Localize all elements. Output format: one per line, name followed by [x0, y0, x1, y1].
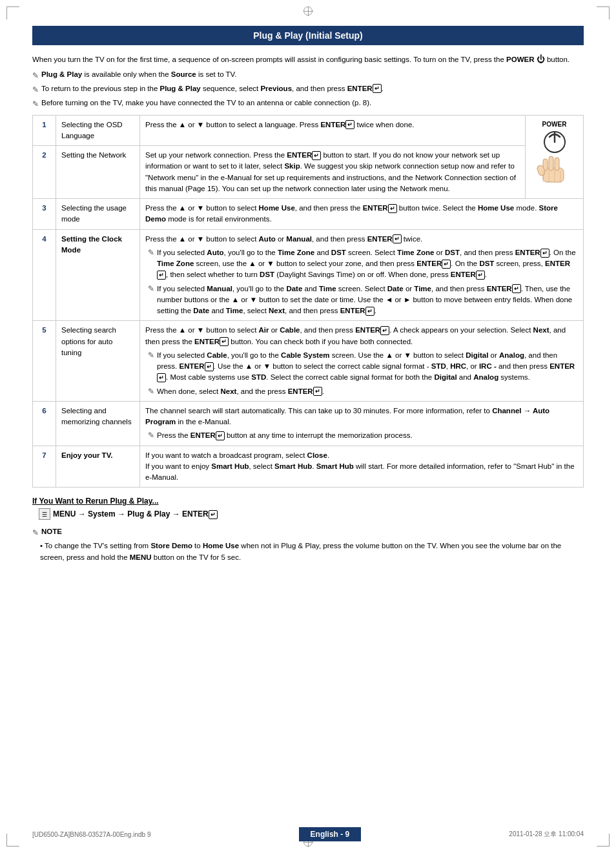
note-body: • To change the TV's setting from Store … — [40, 540, 584, 563]
table-row: 6 Selecting and memorizing channels The … — [33, 401, 584, 446]
note-icon-3: ✎ — [32, 98, 39, 110]
step-number-4: 4 — [33, 229, 56, 321]
sub-notes-4: ✎ If you selected Auto, you'll go to the… — [145, 247, 578, 317]
intro-text: When you turn the TV on for the first ti… — [32, 53, 584, 66]
step-number-6: 6 — [33, 401, 56, 446]
sub-note-4-2: ✎ If you selected Manual, you'll go to t… — [148, 283, 578, 317]
sub-note-4-1: ✎ If you selected Auto, you'll go to the… — [148, 247, 578, 281]
power-label: POWER — [531, 119, 578, 129]
table-row: 7 Enjoy your TV. If you want to watch a … — [33, 446, 584, 488]
note-section: ✎ NOTE • To change the TV's setting from… — [32, 526, 584, 563]
note-icon-1: ✎ — [32, 70, 39, 81]
power-hand-icon — [531, 130, 578, 189]
table-row: 4 Setting the Clock Mode Press the ▲ or … — [33, 229, 584, 321]
corner-mark-tl — [6, 6, 19, 19]
step-content-4: Press the ▲ or ▼ button to select Auto o… — [140, 229, 584, 321]
note-title: NOTE — [41, 526, 62, 537]
note-icon-2: ✎ — [32, 84, 39, 96]
step-label-2: Setting the Network — [56, 146, 140, 199]
step-content-2: Set up your network connection. Press th… — [140, 146, 526, 199]
menu-path: ☰ MENU → System → Plug & Play → ENTER — [39, 508, 584, 520]
step-content-5: Press the ▲ or ▼ button to select Air or… — [140, 321, 584, 402]
steps-table: 1 Selecting the OSD Language Press the ▲… — [32, 115, 584, 488]
corner-mark-bl — [6, 834, 19, 847]
sub-note-5-1: ✎ If you selected Cable, you'll go to th… — [148, 350, 578, 384]
svg-rect-4 — [549, 156, 553, 170]
sub-note-icon-4-2: ✎ — [148, 283, 154, 294]
menu-icon: ☰ — [39, 508, 50, 520]
step-content-3: Press the ▲ or ▼ button to select Home U… — [140, 199, 584, 230]
table-row: 3 Selecting the usage mode Press the ▲ o… — [33, 199, 584, 230]
step-number-3: 3 — [33, 199, 56, 230]
sub-note-icon-6-1: ✎ — [148, 430, 154, 441]
sub-note-icon-5-1: ✎ — [148, 350, 154, 361]
corner-mark-tr — [597, 6, 610, 19]
top-center-crosshair — [303, 6, 313, 15]
step-content-1: Press the ▲ or ▼ button to select a lang… — [140, 115, 526, 146]
step-number-2: 2 — [33, 146, 56, 199]
corner-mark-br — [597, 834, 610, 847]
table-row: 2 Setting the Network Set up your networ… — [33, 146, 584, 199]
step-label-6: Selecting and memorizing channels — [56, 401, 140, 446]
step-label-3: Selecting the usage mode — [56, 199, 140, 230]
footer-page-badge: English - 9 — [299, 827, 362, 841]
footer: [UD6500-ZA]BN68-03527A-00Eng.indb 9 Engl… — [32, 827, 584, 841]
step-label-4: Setting the Clock Mode — [56, 229, 140, 321]
step-number-5: 5 — [33, 321, 56, 402]
step-number-1: 1 — [33, 115, 56, 146]
step-content-7: If you want to watch a broadcast program… — [140, 446, 584, 488]
step-label-1: Selecting the OSD Language — [56, 115, 140, 146]
rerun-heading: If You Want to Rerun Plug & Play... — [32, 497, 584, 506]
page: Plug & Play (Initial Setup) When you tur… — [0, 0, 616, 853]
footer-date: 2011-01-28 오후 11:00:04 — [509, 830, 584, 839]
sub-notes-5: ✎ If you selected Cable, you'll go to th… — [145, 350, 578, 397]
sub-notes-6: ✎ Press the ENTER button at any time to … — [145, 430, 578, 441]
note-symbol: ✎ — [32, 527, 39, 539]
note-symbol-line: ✎ NOTE — [32, 526, 584, 539]
svg-rect-5 — [555, 158, 559, 170]
step-label-5: Selecting search options for auto tuning — [56, 321, 140, 402]
footer-filename: [UD6500-ZA]BN68-03527A-00Eng.indb 9 — [32, 831, 150, 838]
note-line-3: ✎ Before turning on the TV, make you hav… — [32, 98, 584, 110]
sub-note-5-2: ✎ When done, select Next, and the press … — [148, 386, 578, 397]
power-image-cell: POWER — [526, 115, 584, 199]
step-label-7: Enjoy your TV. — [56, 446, 140, 488]
sub-note-icon-5-2: ✎ — [148, 386, 154, 397]
note-line-1: ✎ Plug & Play is available only when the… — [32, 69, 584, 81]
step-content-6: The channel search will start automatica… — [140, 401, 584, 446]
sub-note-icon-4-1: ✎ — [148, 247, 154, 258]
step-number-7: 7 — [33, 446, 56, 488]
page-title: Plug & Play (Initial Setup) — [32, 26, 584, 45]
menu-path-text: MENU → System → Plug & Play → ENTER — [53, 509, 218, 519]
table-row: 1 Selecting the OSD Language Press the ▲… — [33, 115, 584, 146]
note-line-2: ✎ To return to the previous step in the … — [32, 83, 584, 96]
table-row: 5 Selecting search options for auto tuni… — [33, 321, 584, 402]
sub-note-6-1: ✎ Press the ENTER button at any time to … — [148, 430, 578, 441]
